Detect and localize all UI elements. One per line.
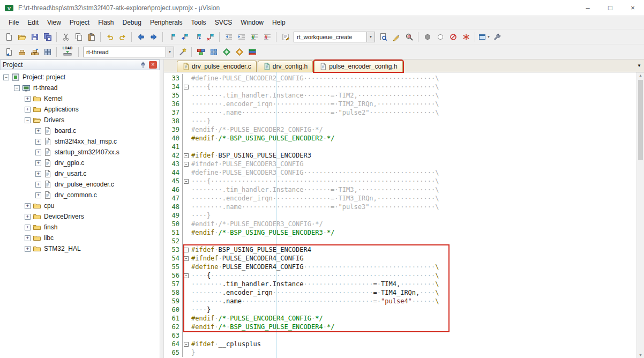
breakpoint-enable-icon[interactable]	[434, 31, 446, 43]
editor-scrollbar[interactable]: ▲ ▼	[636, 72, 644, 358]
undo-icon[interactable]	[103, 31, 116, 43]
code-line-38[interactable]: 38····}	[164, 117, 636, 125]
tree-item-kernel[interactable]: +Kernel	[0, 93, 160, 104]
expand-icon[interactable]: +	[25, 96, 31, 102]
collapse-icon[interactable]: −	[184, 179, 189, 184]
file-extensions-icon[interactable]	[207, 46, 220, 58]
breakpoint-disable-all-icon[interactable]	[447, 31, 459, 43]
collapse-icon[interactable]: −	[184, 248, 189, 252]
tree-item-applications[interactable]: +Applications	[0, 104, 160, 115]
tree-item-drivers[interactable]: −Drivers	[0, 115, 160, 125]
comment-icon[interactable]: //	[248, 31, 260, 43]
code-line-61[interactable]: 61#endif·/*·PULSE_ENCODER4_CONFIG·*/	[164, 314, 636, 323]
fold-marker-icon[interactable]: −	[182, 340, 190, 348]
tree-item-libc[interactable]: +libc	[0, 233, 160, 243]
download-icon[interactable]: LOAD	[59, 46, 76, 58]
tree-item-drv-common-c[interactable]: +drv_common.c	[0, 190, 160, 200]
expand-icon[interactable]: +	[35, 128, 41, 134]
tree-item-stm32f4xx-hal-msp-c[interactable]: +stm32f4xx_hal_msp.c	[0, 136, 160, 147]
scrollbar-thumb[interactable]	[638, 80, 643, 160]
bookmark-prev-icon[interactable]	[178, 31, 191, 43]
menu-edit[interactable]: Edit	[23, 17, 43, 28]
code-line-53[interactable]: 53−#ifdef·BSP_USING_PULSE_ENCODER4	[164, 245, 636, 254]
copy-icon[interactable]	[72, 31, 85, 43]
code-line-49[interactable]: 49····}	[164, 211, 636, 220]
menu-project[interactable]: Project	[65, 17, 94, 28]
code-line-46[interactable]: 46········.tim_handler.Instance·······=·…	[164, 185, 636, 194]
expand-icon[interactable]: +	[25, 246, 31, 252]
code-line-56[interactable]: 56−····{································…	[164, 271, 636, 280]
menu-help[interactable]: Help	[268, 17, 290, 28]
expand-icon[interactable]: +	[35, 192, 41, 198]
tree-item-cpu[interactable]: +cpu	[0, 200, 160, 211]
menu-flash[interactable]: Flash	[94, 17, 118, 28]
tree-item-drv-gpio-c[interactable]: +drv_gpio.c	[0, 158, 160, 168]
code-line-36[interactable]: 36········.encoder_irqn···············=·…	[164, 100, 636, 108]
menu-svcs[interactable]: SVCS	[211, 17, 237, 28]
chevron-down-icon[interactable]: ▼	[487, 35, 490, 39]
scrollbar-down-icon[interactable]: ▼	[637, 353, 644, 357]
new-file-icon[interactable]	[3, 31, 15, 43]
pin-icon[interactable]	[139, 61, 147, 69]
collapse-icon[interactable]: −	[184, 342, 189, 347]
pack-installer-icon[interactable]	[233, 46, 245, 58]
collapse-icon[interactable]: −	[184, 256, 189, 261]
menu-peripherals[interactable]: Peripherals	[146, 17, 187, 28]
target-combo[interactable]: rt-thread▼	[83, 47, 174, 57]
maximize-button[interactable]: □	[599, 0, 621, 16]
expand-icon[interactable]: +	[25, 225, 31, 230]
code-line-45[interactable]: 45−····{································…	[164, 177, 636, 185]
debug-windows-icon[interactable]: ▼	[478, 31, 490, 43]
tree-item-drv-pulse-encoder-c[interactable]: +drv_pulse_encoder.c	[0, 179, 160, 190]
scrollbar-up-icon[interactable]: ▲	[637, 73, 644, 77]
configure-flags-icon[interactable]	[279, 31, 291, 43]
fold-marker-icon[interactable]: −	[182, 254, 190, 263]
tab-list-arrow-icon[interactable]: ▼	[637, 63, 641, 68]
batch-build-icon[interactable]	[41, 46, 54, 58]
fold-marker-icon[interactable]: −	[182, 271, 190, 280]
navigate-forward-icon[interactable]	[147, 31, 160, 43]
code-line-41[interactable]: 41	[164, 143, 636, 151]
collapse-icon[interactable]: −	[184, 153, 189, 158]
close-button[interactable]: ×	[621, 0, 644, 16]
fold-marker-icon[interactable]: −	[182, 151, 190, 160]
runtime-environment-icon[interactable]	[220, 46, 233, 58]
code-line-52[interactable]: 52	[164, 237, 636, 245]
collapse-icon[interactable]: −	[14, 85, 20, 91]
close-panel-icon[interactable]: ×	[149, 61, 157, 69]
code-line-44[interactable]: 44#define·PULSE_ENCODER3_CONFIG·········…	[164, 168, 636, 177]
tree-item-startup-stm32f407xx-s[interactable]: +startup_stm32f407xx.s	[0, 147, 160, 158]
translate-icon[interactable]	[3, 46, 15, 58]
code-line-34[interactable]: 34−····{································…	[164, 83, 636, 91]
code-line-43[interactable]: 43−#ifndef·PULSE_ENCODER3_CONFIG	[164, 160, 636, 168]
navigate-back-icon[interactable]	[134, 31, 147, 43]
collapse-icon[interactable]: −	[184, 85, 189, 89]
breakpoint-insert-icon[interactable]	[421, 31, 433, 43]
expand-icon[interactable]: +	[35, 150, 41, 155]
rebuild-icon[interactable]	[28, 46, 41, 58]
breakpoint-kill-all-icon[interactable]	[460, 31, 472, 43]
code-line-60[interactable]: 60····}	[164, 305, 636, 314]
panel-splitter[interactable]	[160, 59, 164, 358]
code-line-39[interactable]: 39#endif·/*·PULSE_ENCODER2_CONFIG·*/	[164, 125, 636, 134]
fold-marker-icon[interactable]: −	[182, 83, 190, 91]
fold-marker-icon[interactable]: −	[182, 160, 190, 168]
code-line-42[interactable]: 42−#ifdef·BSP_USING_PULSE_ENCODER3	[164, 151, 636, 160]
code-line-50[interactable]: 50#endif·/*·PULSE_ENCODER3_CONFIG·*/	[164, 220, 636, 228]
menu-debug[interactable]: Debug	[118, 17, 146, 28]
code-line-37[interactable]: 37········.name·······················=·…	[164, 108, 636, 117]
indent-right-icon[interactable]	[235, 31, 248, 43]
code-line-47[interactable]: 47········.encoder_irqn···············=·…	[164, 194, 636, 203]
fold-marker-icon[interactable]: −	[182, 177, 190, 185]
uncomment-icon[interactable]: //	[261, 31, 273, 43]
collapse-icon[interactable]: −	[184, 162, 189, 167]
minimize-button[interactable]: –	[576, 0, 599, 16]
tree-item-board-c[interactable]: +board.c	[0, 125, 160, 136]
code-line-33[interactable]: 33#define·PULSE_ENCODER2_CONFIG·········…	[164, 74, 636, 83]
collapse-icon[interactable]: −	[184, 273, 189, 278]
menu-window[interactable]: Window	[236, 17, 268, 28]
expand-icon[interactable]: +	[25, 214, 31, 220]
code-line-51[interactable]: 51#endif·/*·BSP_USING_PULSE_ENCODER3·*/	[164, 228, 636, 237]
options-for-target-icon[interactable]	[176, 46, 189, 58]
find-in-files-icon[interactable]	[377, 31, 390, 43]
